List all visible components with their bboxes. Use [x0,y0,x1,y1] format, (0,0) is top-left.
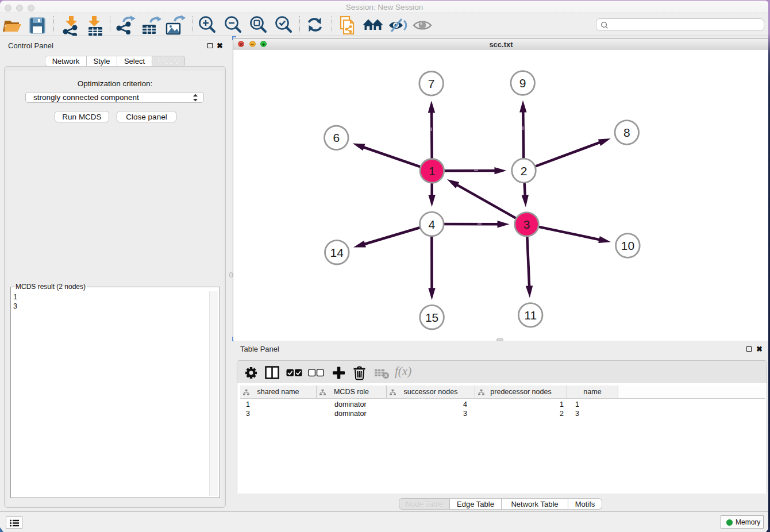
svg-text:3: 3 [523,218,530,231]
svg-text:14: 14 [330,246,344,259]
svg-text:8: 8 [623,126,630,139]
svg-text:15: 15 [425,311,438,324]
svg-text:2: 2 [521,164,528,178]
svg-text:1: 1 [429,164,436,178]
svg-text:9: 9 [519,76,526,90]
svg-text:11: 11 [524,309,537,322]
svg-text:4: 4 [428,218,435,231]
svg-text:7: 7 [428,77,435,90]
svg-text:6: 6 [333,131,340,144]
svg-text:10: 10 [621,239,634,252]
